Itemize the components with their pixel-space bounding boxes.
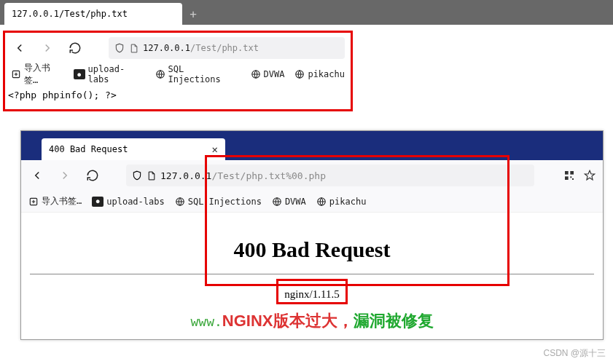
import-icon xyxy=(28,197,39,207)
import-bookmarks-1[interactable]: 导入书签… xyxy=(11,62,63,87)
import-bookmarks-2[interactable]: 导入书签… xyxy=(28,195,82,207)
url-bar-1[interactable]: 127.0.0.1/Test/php.txt xyxy=(109,37,345,59)
page-icon-1 xyxy=(129,43,138,54)
error-heading: 400 Bad Request xyxy=(21,237,603,262)
svg-rect-4 xyxy=(565,171,569,175)
close-icon[interactable]: ✕ xyxy=(212,143,218,155)
qr-icon[interactable] xyxy=(563,170,575,181)
bookmark-sql-injections-2[interactable]: SQL Injections xyxy=(175,197,262,207)
svg-rect-7 xyxy=(570,176,571,178)
reload-button-2[interactable] xyxy=(84,167,101,184)
browser-window-2: 400 Bad Request ✕ 127.0.0.1/Test/php.txt… xyxy=(20,130,604,340)
divider xyxy=(30,274,594,274)
page-icon-2 xyxy=(147,170,156,181)
bookmark-dvwa-1[interactable]: DVWA xyxy=(251,69,285,79)
page-content-1: <?php phpinfo(); ?> xyxy=(5,85,351,106)
camera-icon: ● xyxy=(74,69,85,79)
forward-button-2[interactable] xyxy=(56,167,74,184)
camera-icon: ● xyxy=(92,197,104,207)
globe-icon xyxy=(316,197,327,207)
bookmark-sql-injections-1[interactable]: SQL Injections xyxy=(155,64,241,84)
bookmark-upload-labs-2[interactable]: ● upload-labs xyxy=(92,197,164,207)
toolbar-2: 127.0.0.1/Test/php.txt%00.php xyxy=(21,160,603,191)
globe-icon xyxy=(155,69,165,79)
highlight-box-3: nginx/1.11.5 xyxy=(276,279,347,304)
shield-icon-1 xyxy=(114,42,125,54)
bookmark-pikachu-1[interactable]: pikachu xyxy=(294,69,345,79)
reload-button-1[interactable] xyxy=(66,39,84,57)
new-tab-button-1[interactable]: + xyxy=(182,3,204,25)
star-icon[interactable] xyxy=(584,170,596,181)
url-bar-2[interactable]: 127.0.0.1/Test/php.txt%00.php xyxy=(126,165,534,186)
forward-button-1[interactable] xyxy=(39,39,56,57)
annotation-text: www.NGINX版本过大，漏洞被修复 xyxy=(21,310,603,332)
bookmark-dvwa-2[interactable]: DVWA xyxy=(272,197,306,207)
tab-title-1: 127.0.0.1/Test/php.txt xyxy=(12,9,175,19)
globe-icon xyxy=(272,197,282,207)
svg-rect-5 xyxy=(570,171,574,175)
url-text-2: 127.0.0.1/Test/php.txt%00.php xyxy=(160,170,326,181)
import-icon xyxy=(11,69,21,79)
tab-bar-2: 400 Bad Request ✕ xyxy=(21,131,603,160)
shield-icon-2 xyxy=(132,170,142,181)
browser-tab-2[interactable]: 400 Bad Request ✕ xyxy=(42,138,225,160)
url-text-1: 127.0.0.1/Test/php.txt xyxy=(143,43,259,53)
globe-icon xyxy=(251,69,261,79)
bookmarks-bar-1: 导入书签… ● upload-labs SQL Injections DVWA … xyxy=(5,63,351,85)
bookmark-pikachu-2[interactable]: pikachu xyxy=(316,197,367,207)
watermark: CSDN @源十三 xyxy=(543,347,606,360)
browser-window-1: 127.0.0.1/Test/php.txt + 127.0.0.1/Te xyxy=(0,0,613,111)
server-version: nginx/1.11.5 xyxy=(284,288,339,301)
tab-title-2: 400 Bad Request xyxy=(49,144,128,154)
highlight-box-1: 127.0.0.1/Test/php.txt 导入书签… ● upload-la… xyxy=(3,31,353,111)
back-button-2[interactable] xyxy=(28,167,46,184)
page-content-2: 400 Bad Request nginx/1.11.5 www.NGINX版本… xyxy=(21,213,603,339)
server-line-wrap: nginx/1.11.5 xyxy=(21,279,603,304)
tab-bar-1: 127.0.0.1/Test/php.txt + xyxy=(0,0,613,25)
back-button-1[interactable] xyxy=(11,39,28,57)
svg-rect-8 xyxy=(572,178,574,180)
globe-icon xyxy=(294,69,305,79)
svg-rect-6 xyxy=(565,176,569,180)
bookmarks-bar-2: 导入书签… ● upload-labs SQL Injections DVWA … xyxy=(21,191,603,213)
globe-icon xyxy=(175,197,185,207)
toolbar-1: 127.0.0.1/Test/php.txt xyxy=(5,33,351,63)
browser-tab-1[interactable]: 127.0.0.1/Test/php.txt xyxy=(4,3,182,25)
bookmark-upload-labs-1[interactable]: ● upload-labs xyxy=(74,64,145,84)
toolbar-right-2 xyxy=(563,170,596,181)
